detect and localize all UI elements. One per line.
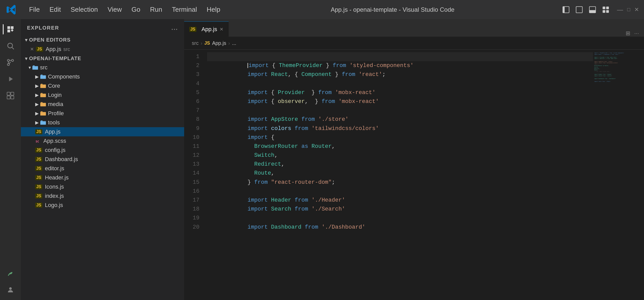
code-editor[interactable]: import { ThemeProvider } from 'styled-co…: [205, 50, 593, 300]
core-label: Core: [48, 83, 60, 89]
more-editor-icon[interactable]: ···: [634, 30, 639, 37]
tree-iconsjs-file[interactable]: JS Icons.js: [21, 182, 184, 191]
tree-dashboardjs-file[interactable]: JS Dashboard.js: [21, 155, 184, 164]
login-folder-icon: [40, 92, 46, 98]
menu-selection[interactable]: Selection: [67, 4, 102, 16]
activity-account[interactable]: [3, 282, 18, 297]
activity-leaf[interactable]: [3, 266, 18, 281]
media-folder-icon: [40, 101, 46, 107]
iconsjs-icon: JS: [35, 184, 42, 189]
svg-point-18: [9, 287, 12, 290]
tree-components-folder[interactable]: ▶ Components: [21, 72, 184, 81]
tab-appjs[interactable]: JS App.js ✕: [184, 21, 229, 37]
main-layout: EXPLORER ... ▾ OPEN EDITORS ✕ JS App.js …: [0, 19, 644, 300]
layout-customize[interactable]: [601, 5, 610, 14]
code-line-7[interactable]: import AppStore from './store': [207, 106, 593, 115]
tree-login-folder[interactable]: ▶ Login: [21, 90, 184, 100]
components-folder-icon: [40, 74, 46, 80]
activity-source-control[interactable]: [3, 55, 18, 70]
activity-extensions[interactable]: [3, 88, 18, 103]
activity-explorer[interactable]: [3, 22, 18, 37]
tab-js-icon: JS: [189, 27, 196, 32]
minimap[interactable]: import { ThemeProvider } from 'styled-co…: [593, 50, 644, 300]
menu-file[interactable]: File: [26, 4, 43, 16]
src-folder-icon: [32, 65, 38, 70]
tree-core-folder[interactable]: ▶ Core: [21, 81, 184, 90]
breadcrumb-src[interactable]: src: [192, 40, 199, 46]
activity-search[interactable]: [3, 38, 18, 54]
open-editors-section[interactable]: ▾ OPEN EDITORS: [21, 35, 184, 44]
cursor: [247, 63, 248, 68]
svg-point-12: [11, 59, 14, 61]
kw-import-1: import: [248, 62, 269, 69]
tree-src-folder[interactable]: ▾ src: [21, 63, 184, 72]
headerjs-icon: JS: [35, 175, 42, 180]
menu-edit[interactable]: Edit: [46, 4, 65, 16]
line-num-15: 15: [184, 178, 199, 187]
project-section[interactable]: ▾ OPENAI-TEMPLATE: [21, 54, 184, 63]
code-line-4[interactable]: import { Provider } from 'mobx-react': [207, 79, 593, 88]
line-num-10: 10: [184, 133, 199, 142]
split-editor-icon[interactable]: ⊞: [626, 30, 630, 37]
code-line-1[interactable]: import { ThemeProvider } from 'styled-co…: [207, 52, 593, 61]
line-num-13: 13: [184, 160, 199, 169]
window-controls: — □ ✕: [561, 5, 639, 14]
code-line-19[interactable]: import Dashboard from './Dashboard': [207, 214, 593, 223]
tree-configjs-file[interactable]: JS config.js: [21, 146, 184, 155]
line-num-5: 5: [184, 88, 199, 97]
line-numbers: 1 2 3 4 5 6 7 8 9 10 11 12 13 14 15 16 1: [184, 50, 205, 300]
layout-panel-toggle[interactable]: [588, 5, 597, 14]
tree-logojs-file[interactable]: JS Logo.js: [21, 201, 184, 210]
line-num-6: 6: [184, 97, 199, 106]
tree-editorjs-file[interactable]: JS editor.js: [21, 164, 184, 173]
window-title: App.js - openai-template - Visual Studio…: [331, 6, 454, 13]
code-line-16[interactable]: import Header from './Header': [207, 187, 593, 196]
tree-appscss-file[interactable]: SC App.scss: [21, 136, 184, 146]
breadcrumb-more[interactable]: ...: [232, 40, 236, 46]
menu-go[interactable]: Go: [128, 4, 144, 16]
menu-help[interactable]: Help: [203, 4, 224, 16]
tree-indexjs-file[interactable]: JS index.js: [21, 191, 184, 201]
profile-chevron: ▶: [35, 111, 39, 116]
menu-terminal[interactable]: Terminal: [168, 4, 200, 16]
menu-view[interactable]: View: [104, 4, 125, 16]
tree-appjs-file[interactable]: JS App.js: [21, 127, 184, 136]
tree-media-folder[interactable]: ▶ media: [21, 100, 184, 109]
menu-run[interactable]: Run: [146, 4, 166, 16]
line-num-8: 8: [184, 115, 199, 124]
headerjs-label: Header.js: [45, 174, 69, 181]
layout-sidebar-toggle[interactable]: [561, 5, 571, 14]
open-editor-filename: App.js: [46, 46, 61, 53]
maximize-button[interactable]: □: [627, 7, 630, 12]
more-options-icon[interactable]: ...: [171, 24, 178, 31]
tree-tools-folder[interactable]: ▶ tools: [21, 118, 184, 127]
breadcrumb-appjs[interactable]: App.js: [212, 40, 226, 46]
line-num-17: 17: [184, 196, 199, 205]
tree-profile-folder[interactable]: ▶ Profile: [21, 109, 184, 118]
title-bar: File Edit Selection View Go Run Terminal…: [0, 0, 644, 19]
svg-rect-7: [603, 10, 605, 13]
activity-bar: [0, 19, 21, 300]
indexjs-icon: JS: [35, 193, 42, 199]
svg-rect-21: [40, 85, 46, 88]
close-tab-icon[interactable]: ✕: [30, 46, 34, 52]
media-chevron: ▶: [35, 101, 39, 107]
svg-rect-5: [603, 6, 605, 9]
minimize-button[interactable]: —: [617, 6, 623, 13]
editor-content: 1 2 3 4 5 6 7 8 9 10 11 12 13 14 15 16 1: [184, 50, 593, 300]
indexjs-label: index.js: [45, 193, 64, 199]
dashboardjs-icon: JS: [35, 157, 42, 162]
activity-run-debug[interactable]: [3, 71, 18, 87]
tools-label: tools: [48, 119, 60, 126]
tab-close-icon[interactable]: ✕: [220, 27, 223, 32]
layout-editor-toggle[interactable]: [575, 5, 584, 14]
open-editor-appjs[interactable]: ✕ JS App.js src: [21, 44, 184, 54]
core-folder-icon: [40, 83, 46, 89]
line-num-9: 9: [184, 124, 199, 133]
close-button[interactable]: ✕: [634, 6, 639, 13]
tree-headerjs-file[interactable]: JS Header.js: [21, 173, 184, 182]
js-file-icon: JS: [36, 47, 43, 52]
svg-rect-23: [40, 103, 46, 107]
configjs-icon: JS: [35, 148, 42, 153]
editor-area[interactable]: 1 2 3 4 5 6 7 8 9 10 11 12 13 14 15 16 1: [184, 50, 644, 300]
